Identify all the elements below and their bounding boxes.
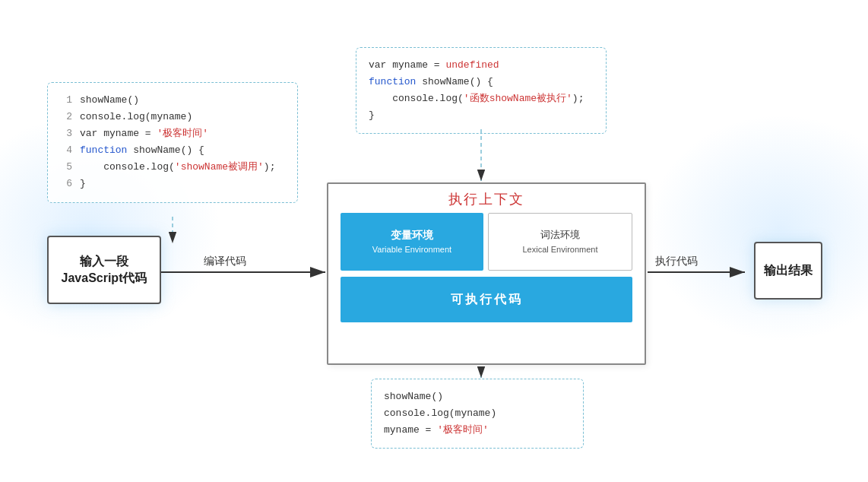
exec-line-3: myname = '极客时间' [384,422,571,439]
code-line-1: 1 showName() [60,92,285,109]
hoist-line-4: } [369,107,594,124]
exec-line-1: showName() [384,388,571,405]
exec-ctx-title: 执行上下文 [328,184,645,213]
exec-ctx-env-row: 变量环境 Variable Environment 词法环境 Lexical E… [328,213,645,271]
input-box: 输入一段 JavaScript代码 [47,236,161,304]
code-box-topleft: 1 showName() 2 console.log(myname) 3 var… [47,82,298,203]
output-label: 输出结果 [764,263,813,279]
output-box: 输出结果 [754,242,822,300]
code-line-6: 6 } [60,176,285,192]
code-line-3: 3 var myname = '极客时间' [60,125,285,142]
exec-context-box: 执行上下文 变量环境 Variable Environment 词法环境 Lex… [327,182,646,365]
code-line-2: 2 console.log(myname) [60,109,285,125]
lex-env-label-en: Lexical Environment [522,243,597,257]
code-line-5: 5 console.log('showName被调用'); [60,159,285,176]
exec-line-2: console.log(myname) [384,405,571,422]
lexical-environment-box: 词法环境 Lexical Environment [488,213,632,271]
code-box-bottomcenter: showName() console.log(myname) myname = … [371,379,584,449]
hoist-line-2: function showName() { [369,74,594,90]
lex-env-label-cn: 词法环境 [540,227,580,243]
variable-environment-box: 变量环境 Variable Environment [341,213,483,271]
hoist-line-1: var myname = undefined [369,57,594,74]
svg-text:编译代码: 编译代码 [204,255,246,267]
svg-text:执行代码: 执行代码 [655,255,698,267]
input-box-line2: JavaScript代码 [62,270,147,287]
hoist-line-3: console.log('函数showName被执行'); [369,90,594,107]
var-env-label-cn: 变量环境 [391,227,433,243]
bg-glow-right [648,114,868,342]
input-box-line1: 输入一段 [80,253,128,270]
code-box-topcenter: var myname = undefined function showName… [356,47,607,134]
executable-code-box: 可执行代码 [341,277,632,322]
code-line-4: 4 function showName() { [60,142,285,159]
var-env-label-en: Variable Environment [372,243,451,257]
exec-code-label: 可执行代码 [451,292,523,308]
